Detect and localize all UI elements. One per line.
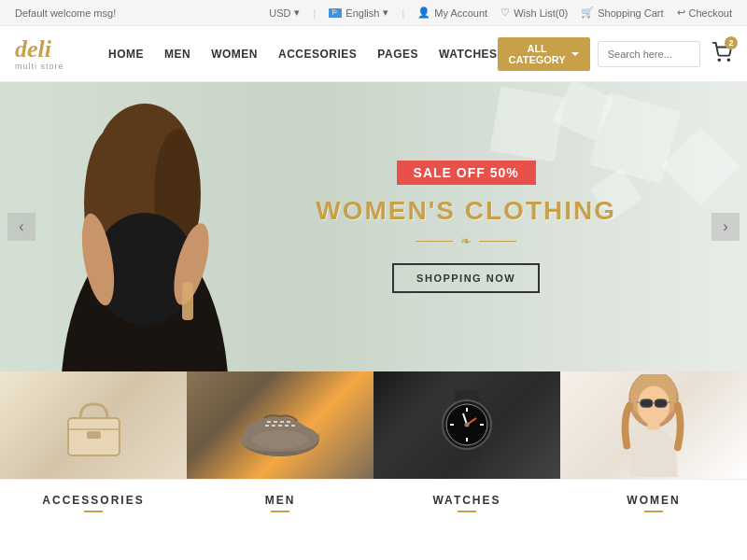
prev-slide-button[interactable]: ‹ <box>7 213 35 241</box>
svg-rect-14 <box>87 431 101 439</box>
nav-women[interactable]: WOMEN <box>211 48 258 61</box>
flag-icon: 🏳 <box>329 8 342 18</box>
nav-accessories[interactable]: ACCESORIES <box>278 48 357 61</box>
user-icon: 👤 <box>417 7 430 19</box>
next-slide-button[interactable]: › <box>712 213 740 241</box>
men-label: MEN <box>265 494 296 507</box>
woman-silhouette <box>0 82 327 371</box>
hero-content: SALE OFF 50% WOMEN'S CLOTHING ❧ SHOPPING… <box>316 161 616 293</box>
women-underline <box>644 511 663 512</box>
watches-label: WATCHES <box>432 494 500 507</box>
watch-icon <box>430 385 504 465</box>
men-label-area: MEN <box>187 479 374 525</box>
accessories-label-area: ACCESSORIES <box>0 479 187 525</box>
accessories-label: ACCESSORIES <box>42 494 144 507</box>
cart-count-badge: 2 <box>725 36 738 49</box>
women-label: WOMEN <box>627 494 680 507</box>
woman-fashion-icon <box>612 374 696 477</box>
svg-rect-35 <box>641 399 653 407</box>
sale-badge: SALE OFF 50% <box>397 161 536 185</box>
divider-line-left <box>416 241 453 242</box>
svg-point-19 <box>252 430 308 449</box>
currency-selector[interactable]: USD ▾ <box>269 7 300 19</box>
svg-point-1 <box>727 59 729 61</box>
ornament-icon: ❧ <box>460 233 472 248</box>
women-image <box>560 371 747 479</box>
currency-arrow-icon: ▾ <box>294 7 300 19</box>
handbag-icon <box>54 390 134 460</box>
shopping-now-button[interactable]: SHOPPING NOW <box>392 263 540 293</box>
women-label-area: WOMEN <box>560 479 747 525</box>
svg-point-0 <box>718 59 720 61</box>
category-watches[interactable]: WATCHES <box>374 371 560 525</box>
svg-rect-11 <box>182 287 193 320</box>
nav-watches[interactable]: WATCHES <box>439 48 498 61</box>
nav-men[interactable]: MEN <box>164 48 190 61</box>
search-area: 🔍 <box>598 41 700 67</box>
chevron-down-icon <box>571 52 579 56</box>
shoes-icon <box>232 388 330 463</box>
watches-label-area: WATCHES <box>374 479 560 525</box>
nav-pages[interactable]: PAGES <box>377 48 418 61</box>
logo-main: deli <box>15 37 80 62</box>
search-input[interactable] <box>599 44 700 64</box>
cart-icon-wrap[interactable]: 2 <box>712 42 732 66</box>
lang-arrow-icon: ▾ <box>383 7 388 19</box>
all-category-button[interactable]: ALL CATEGORY <box>498 37 590 71</box>
top-bar-actions: USD ▾ | 🏳 English ▾ | 👤 My Account ♡ Wis… <box>269 7 732 19</box>
watches-image <box>374 371 560 479</box>
category-men[interactable]: MEN <box>187 371 374 525</box>
top-bar: Default welcome msg! USD ▾ | 🏳 English ▾… <box>0 0 747 26</box>
language-selector[interactable]: 🏳 English ▾ <box>329 7 388 19</box>
divider-line-right <box>479 241 516 242</box>
header: deli multi store HOME MEN WOMEN ACCESORI… <box>0 26 747 82</box>
shopping-cart-link[interactable]: 🛒 Shopping Cart <box>581 7 663 19</box>
svg-line-38 <box>637 401 641 402</box>
accessories-image <box>0 371 187 479</box>
logo[interactable]: deli multi store <box>15 37 80 71</box>
wishlist-link[interactable]: ♡ Wish List(0) <box>500 7 568 19</box>
heart-icon: ♡ <box>500 7 510 19</box>
logo-sub: multi store <box>15 62 80 71</box>
main-nav: HOME MEN WOMEN ACCESORIES PAGES WATCHES <box>108 48 498 61</box>
welcome-message: Default welcome msg! <box>15 7 116 19</box>
my-account-link[interactable]: 👤 My Account <box>417 7 487 19</box>
nav-home[interactable]: HOME <box>108 48 144 61</box>
hero-woman-image <box>0 82 327 371</box>
men-underline <box>271 511 289 512</box>
accessories-underline <box>84 511 103 512</box>
svg-rect-36 <box>655 399 667 407</box>
cart-icon: 🛒 <box>581 7 594 19</box>
category-accessories[interactable]: ACCESSORIES <box>0 371 187 525</box>
header-icons: 2 <box>712 42 732 66</box>
category-women[interactable]: WOMEN <box>560 371 747 525</box>
checkout-icon: ↩ <box>677 7 685 19</box>
category-grid: ACCESSORIES MEN <box>0 371 747 525</box>
bg-shape-5 <box>489 86 565 161</box>
svg-point-12 <box>182 282 193 289</box>
hero-title: WOMEN'S CLOTHING <box>316 196 616 226</box>
svg-point-31 <box>465 423 470 427</box>
hero-divider: ❧ <box>316 233 616 248</box>
men-image <box>187 371 374 479</box>
checkout-link[interactable]: ↩ Checkout <box>677 7 732 19</box>
watches-underline <box>458 511 476 512</box>
hero-banner: SALE OFF 50% WOMEN'S CLOTHING ❧ SHOPPING… <box>0 82 747 371</box>
svg-line-39 <box>667 401 670 402</box>
